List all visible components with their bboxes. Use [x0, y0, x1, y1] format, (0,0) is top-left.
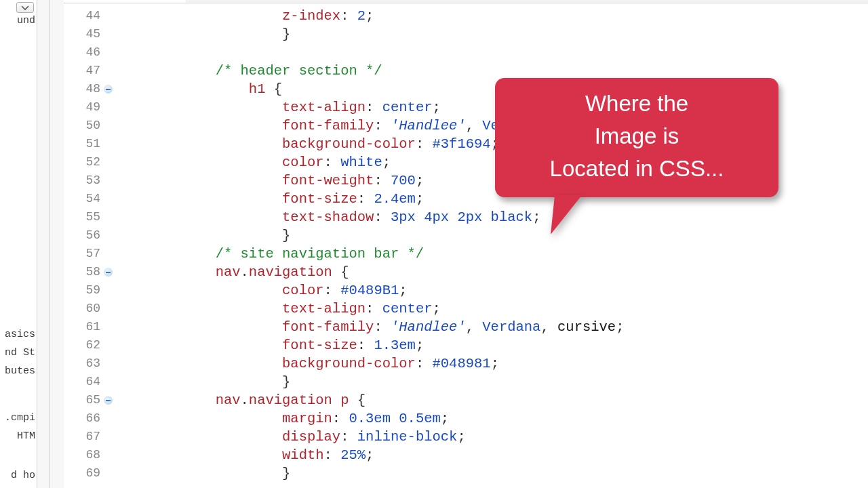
callout-text: Located in CSS... [509, 152, 765, 185]
dropdown-chevron-icon[interactable] [16, 2, 34, 13]
code-line[interactable]: background-color: #048981; [115, 354, 868, 373]
fold-toggle-icon[interactable] [104, 268, 113, 277]
code-line[interactable]: } [115, 25, 868, 43]
annotation-callout: Where the Image is Located in CSS... [495, 78, 778, 197]
line-number: 66 [64, 409, 115, 428]
line-number: 49 [64, 98, 115, 117]
line-number: 52 [64, 153, 115, 171]
fold-toggle-icon[interactable] [104, 85, 113, 94]
line-number: 67 [64, 428, 115, 446]
code-line[interactable]: nav.navigation p { [115, 391, 868, 409]
code-line[interactable]: font-size: 1.3em; [115, 336, 868, 354]
line-number: 59 [64, 281, 115, 300]
code-line[interactable]: display: inline-block; [115, 428, 868, 446]
line-number: 48 [64, 80, 115, 98]
tab-strip-fragment [186, 0, 868, 3]
line-number: 69 [64, 464, 115, 483]
code-line[interactable]: text-shadow: 3px 4px 2px black; [115, 208, 868, 226]
code-line[interactable]: text-align: center; [115, 300, 868, 318]
code-line[interactable]: /* header section */ [115, 62, 868, 80]
code-editor[interactable]: 4445464748495051525354555657585960616263… [64, 0, 868, 488]
line-number: 63 [64, 354, 115, 373]
code-line[interactable]: } [115, 226, 868, 245]
fold-toggle-icon[interactable] [104, 396, 113, 405]
code-line[interactable]: color: #0489B1; [115, 281, 868, 300]
code-line[interactable]: width: 25%; [115, 446, 868, 464]
outline-fragment-text: asics [0, 329, 35, 340]
line-number: 45 [64, 25, 115, 43]
line-number: 64 [64, 373, 115, 391]
line-number: 55 [64, 208, 115, 226]
code-line[interactable]: } [115, 373, 868, 391]
svg-marker-0 [551, 195, 582, 235]
code-line[interactable]: font-family: 'Handlee', Verdana, cursive… [115, 318, 868, 336]
line-number: 53 [64, 171, 115, 190]
outline-panel-fragment: und asics nd St butes .cmpi HTM d ho [0, 0, 37, 488]
code-line[interactable]: } [115, 464, 868, 483]
panel-divider[interactable] [37, 0, 50, 488]
line-number: 46 [64, 43, 115, 62]
ruler-strip [49, 0, 65, 488]
outline-fragment-text: d ho [0, 470, 35, 481]
line-number: 51 [64, 135, 115, 153]
code-line[interactable]: /* site navigation bar */ [115, 245, 868, 263]
line-number: 65 [64, 391, 115, 409]
outline-fragment-text: nd St [0, 347, 35, 359]
code-line[interactable]: nav.navigation { [115, 263, 868, 281]
code-line[interactable]: z-index: 2; [115, 7, 868, 25]
line-number: 61 [64, 318, 115, 336]
code-line[interactable]: margin: 0.3em 0.5em; [115, 409, 868, 428]
outline-fragment-text: HTM [0, 430, 35, 442]
line-number: 50 [64, 117, 115, 135]
line-number: 47 [64, 62, 115, 80]
line-number: 56 [64, 226, 115, 245]
callout-text: Image is [509, 120, 765, 152]
line-number-gutter[interactable]: 4445464748495051525354555657585960616263… [64, 7, 115, 483]
line-number: 57 [64, 245, 115, 263]
line-number: 54 [64, 190, 115, 208]
outline-fragment-text: und [0, 15, 35, 26]
line-number: 62 [64, 336, 115, 354]
outline-fragment-text: .cmpi [0, 412, 35, 424]
line-number: 68 [64, 446, 115, 464]
callout-text: Where the [509, 87, 765, 120]
line-number: 58 [64, 263, 115, 281]
line-number: 44 [64, 7, 115, 25]
code-line[interactable] [115, 43, 868, 62]
outline-fragment-text: butes [0, 365, 35, 377]
line-number: 60 [64, 300, 115, 318]
